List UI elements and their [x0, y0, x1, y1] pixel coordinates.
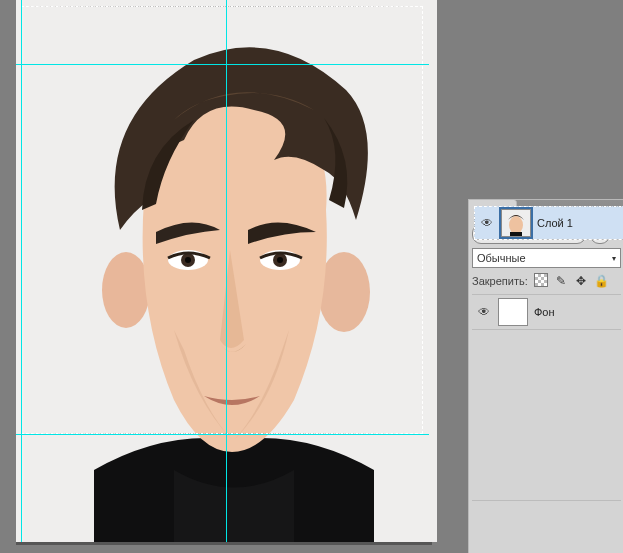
lock-move-icon[interactable]: ✥ — [574, 274, 588, 288]
guide-vertical-1[interactable] — [21, 0, 22, 542]
lock-all-icon[interactable]: 🔒 — [594, 274, 608, 288]
chevron-updown-icon: ▴▾ — [575, 226, 579, 242]
layer-name[interactable]: Фон — [534, 306, 555, 318]
layers-empty-area — [472, 330, 621, 500]
guide-horizontal-1[interactable] — [16, 64, 429, 65]
lock-label: Закрепить: — [472, 275, 528, 287]
search-icon: 🔍 — [479, 229, 491, 240]
blend-mode-value: Обычные — [477, 252, 526, 264]
filter-pill-1[interactable] — [590, 224, 610, 244]
lock-row: Закрепить: ✎ ✥ 🔒 — [472, 270, 621, 292]
blend-mode-select[interactable]: Обычные ▾ — [472, 248, 621, 268]
svg-point-5 — [185, 257, 191, 263]
layer-filter-select[interactable]: 🔍 Вид ▴▾ — [472, 224, 586, 244]
tab-layers[interactable]: Слои — [469, 200, 517, 220]
panel-tabbar: Слои — [469, 200, 623, 220]
svg-rect-12 — [499, 299, 527, 325]
visibility-icon[interactable]: 👁 — [476, 305, 492, 319]
layers-panel: Слои 🔍 Вид ▴▾ Обычные ▾ Закрепить: ✎ ✥ — [468, 199, 623, 553]
layer-row[interactable]: 👁 Фон — [472, 295, 621, 330]
layer-filter-label: Вид — [495, 228, 515, 240]
svg-point-1 — [102, 252, 150, 328]
panel-body: 🔍 Вид ▴▾ Обычные ▾ Закрепить: ✎ ✥ 🔒 👁 — [469, 220, 623, 505]
chevron-down-icon: ▾ — [612, 254, 616, 263]
lock-paint-icon[interactable]: ✎ — [554, 274, 568, 288]
lock-transparency-icon[interactable] — [534, 273, 548, 290]
layers-list: 👁 Слой 1 👁 — [472, 294, 621, 501]
portrait-image — [24, 0, 437, 542]
layer-thumbnail[interactable] — [498, 298, 528, 326]
guide-horizontal-2[interactable] — [16, 434, 429, 435]
canvas[interactable] — [16, 0, 429, 542]
svg-point-8 — [277, 257, 283, 263]
document-window — [8, 0, 440, 553]
workspace: Слои 🔍 Вид ▴▾ Обычные ▾ Закрепить: ✎ ✥ — [0, 0, 623, 553]
guide-vertical-2[interactable] — [226, 0, 227, 542]
